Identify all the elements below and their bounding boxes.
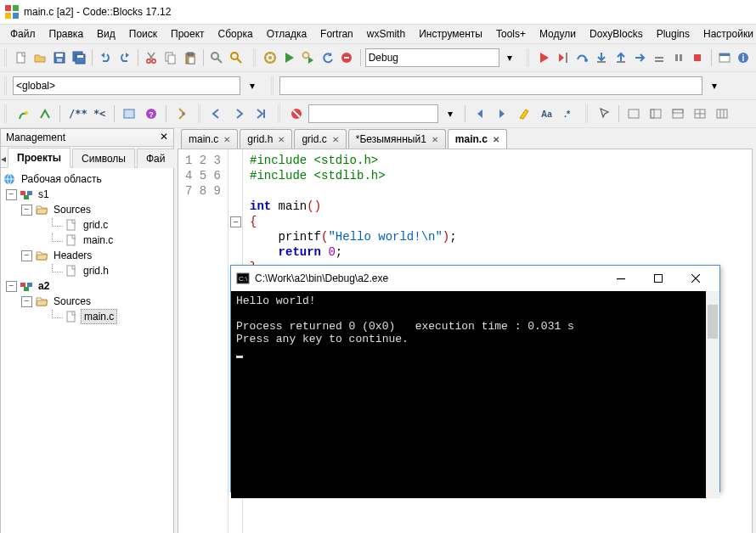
run-button[interactable] <box>280 48 298 68</box>
close-icon[interactable]: ✕ <box>278 135 285 144</box>
tree-project[interactable]: −s1 <box>3 187 172 202</box>
menu-модули[interactable]: Модули <box>533 25 583 42</box>
doxy-config-icon[interactable] <box>171 104 191 124</box>
scrollbar[interactable] <box>706 291 719 498</box>
highlight-icon[interactable] <box>514 104 534 124</box>
tab-projects[interactable]: Проекты <box>8 148 71 168</box>
toolbar-handle[interactable] <box>4 48 8 67</box>
close-icon[interactable]: ✕ <box>493 135 499 144</box>
chevron-down-icon[interactable]: ▾ <box>704 76 725 96</box>
toolbar-handle[interactable] <box>198 104 202 123</box>
menu-fortran[interactable]: Fortran <box>313 25 360 42</box>
build-target-combo[interactable] <box>365 48 499 67</box>
info-button[interactable]: i <box>735 48 753 68</box>
tab-symbols[interactable]: Символы <box>72 149 135 168</box>
editor-tab[interactable]: *Безымянный1✕ <box>348 129 446 149</box>
replace-button[interactable] <box>228 48 245 68</box>
run-to-cursor-button[interactable] <box>554 48 572 68</box>
minimize-button[interactable] <box>602 266 640 290</box>
chevron-down-icon[interactable]: ▾ <box>440 104 460 124</box>
build-button[interactable] <box>261 48 279 68</box>
toolbar-handle[interactable] <box>4 76 8 95</box>
tab-prev-icon[interactable]: ◂ <box>1 150 6 167</box>
tree-folder[interactable]: −Headers <box>3 248 172 263</box>
close-icon[interactable]: ✕ <box>432 135 438 144</box>
scrollbar-thumb[interactable] <box>708 305 718 339</box>
block-comment-button[interactable]: /** *< <box>65 104 110 124</box>
tree-workspace[interactable]: Рабочая область <box>3 171 172 187</box>
find-button[interactable] <box>208 48 226 68</box>
search-combo[interactable] <box>308 104 438 123</box>
toolbar-handle[interactable] <box>253 48 257 67</box>
menu-поиск[interactable]: Поиск <box>122 25 164 42</box>
prev-button[interactable] <box>470 104 490 124</box>
close-icon[interactable]: ✕ <box>158 131 170 143</box>
menu-сборка[interactable]: Сборка <box>212 25 260 42</box>
tree-file[interactable]: main.c <box>3 233 172 248</box>
doxy-extract-icon[interactable] <box>35 104 55 124</box>
last-jump-button[interactable] <box>251 104 271 124</box>
toolbar-handle[interactable] <box>527 48 530 67</box>
menu-файл[interactable]: Файл <box>3 25 42 42</box>
save-button[interactable] <box>51 48 69 68</box>
tree-folder[interactable]: −Sources <box>3 294 172 309</box>
layout2-icon[interactable] <box>646 104 666 124</box>
next-button[interactable] <box>492 104 512 124</box>
layout1-icon[interactable] <box>623 104 644 124</box>
console-window[interactable]: C:\ C:\Work\a2\bin\Debug\a2.exe Hello wo… <box>230 265 720 492</box>
abort-icon[interactable] <box>286 104 307 124</box>
close-icon[interactable]: ✕ <box>332 135 339 144</box>
menu-отладка[interactable]: Отладка <box>260 25 313 42</box>
paste-button[interactable] <box>181 48 199 68</box>
chevron-down-icon[interactable]: ▾ <box>242 76 262 96</box>
step-instruction-button[interactable] <box>631 48 649 68</box>
copy-button[interactable] <box>162 48 180 68</box>
menu-проект[interactable]: Проект <box>164 25 212 42</box>
menu-plugins[interactable]: Plugins <box>650 25 697 42</box>
step-out-button[interactable] <box>612 48 629 68</box>
doxy-html-icon[interactable] <box>119 104 139 124</box>
jump-fwd-button[interactable] <box>228 104 249 124</box>
regex-icon[interactable]: .* <box>558 104 578 124</box>
console-output[interactable]: Hello world! Process returned 0 (0x0) ex… <box>231 291 719 498</box>
console-titlebar[interactable]: C:\ C:\Work\a2\bin\Debug\a2.exe <box>231 266 719 291</box>
editor-tab[interactable]: main.c✕ <box>181 129 238 149</box>
save-all-button[interactable] <box>70 48 87 68</box>
redo-button[interactable] <box>116 48 133 68</box>
tree-file[interactable]: grid.h <box>3 263 172 278</box>
maximize-button[interactable] <box>640 266 677 290</box>
undo-button[interactable] <box>97 48 115 68</box>
editor-tab[interactable]: grid.c✕ <box>294 129 346 149</box>
project-tree[interactable]: Рабочая область−s1−Sourcesgrid.cmain.c−H… <box>1 168 173 533</box>
rebuild-button[interactable] <box>319 48 336 68</box>
chevron-down-icon[interactable]: ▾ <box>501 48 519 68</box>
doxy-chm-icon[interactable]: ? <box>141 104 161 124</box>
menu-tools+[interactable]: Tools+ <box>489 25 533 42</box>
tab-files[interactable]: Фай <box>137 149 175 168</box>
menu-doxyblocks[interactable]: DoxyBlocks <box>583 25 650 42</box>
tree-folder[interactable]: −Sources <box>3 202 172 217</box>
tree-file[interactable]: grid.c <box>3 217 172 233</box>
symbol-combo[interactable] <box>279 76 702 95</box>
jump-back-button[interactable] <box>206 104 227 124</box>
break-button[interactable] <box>669 48 687 68</box>
editor-tab[interactable]: main.c✕ <box>448 129 507 149</box>
menu-инструменты[interactable]: Инструменты <box>412 25 489 42</box>
toolbar-handle[interactable] <box>271 76 275 95</box>
tree-project[interactable]: −a2 <box>3 278 172 294</box>
doxy-wizard-icon[interactable] <box>13 104 33 124</box>
step-into-button[interactable] <box>593 48 611 68</box>
stop-debug-button[interactable] <box>689 48 707 68</box>
step-over-button[interactable] <box>573 48 591 68</box>
open-button[interactable] <box>31 48 49 68</box>
build-run-button[interactable] <box>300 48 318 68</box>
menu-wxsmith[interactable]: wxSmith <box>360 25 412 42</box>
layout4-icon[interactable] <box>690 104 710 124</box>
cut-button[interactable] <box>143 48 161 68</box>
menu-вид[interactable]: Вид <box>90 25 122 42</box>
new-file-button[interactable] <box>12 48 30 68</box>
pointer-icon[interactable] <box>594 104 614 124</box>
menu-правка[interactable]: Правка <box>42 25 91 42</box>
step-into-instr-button[interactable] <box>651 48 669 68</box>
debug-windows-button[interactable] <box>715 48 733 68</box>
